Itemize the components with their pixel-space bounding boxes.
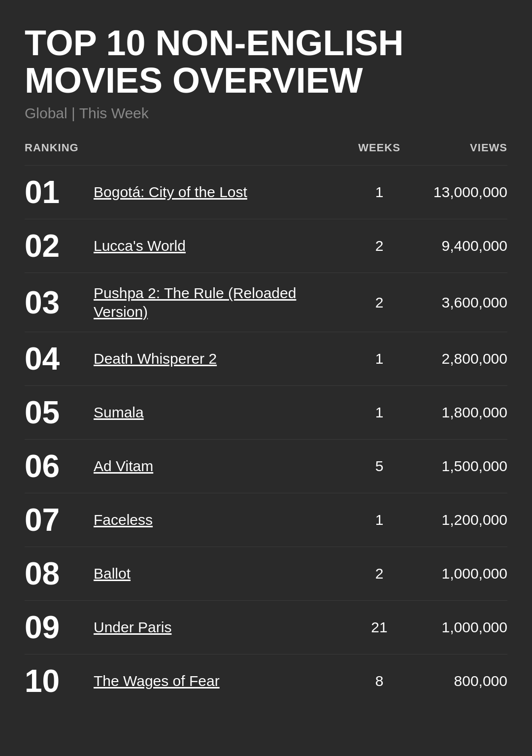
table-row: 10 The Wages of Fear 8 800,000 [25,654,507,708]
weeks-value: 1 [350,404,409,421]
views-value: 1,500,000 [409,458,507,475]
rank-number: 08 [25,558,94,589]
table-row: 01 Bogotá: City of the Lost 1 13,000,000 [25,165,507,219]
views-value: 9,400,000 [409,238,507,254]
views-value: 3,600,000 [409,294,507,311]
table-row: 04 Death Whisperer 2 1 2,800,000 [25,332,507,385]
movie-title[interactable]: The Wages of Fear [94,672,350,690]
weeks-value: 5 [350,458,409,475]
rank-number: 09 [25,612,94,643]
rank-number: 06 [25,450,94,482]
views-value: 800,000 [409,673,507,689]
rank-number: 10 [25,665,94,697]
weeks-value: 1 [350,184,409,201]
col-header-weeks: WEEKS [350,141,409,154]
views-value: 13,000,000 [409,184,507,201]
col-header-views: VIEWS [409,141,507,154]
movie-title[interactable]: Under Paris [94,618,350,637]
rank-number: 07 [25,504,94,536]
weeks-value: 21 [350,619,409,636]
rank-number: 02 [25,230,94,262]
movie-title[interactable]: Ballot [94,564,350,583]
movie-title[interactable]: Death Whisperer 2 [94,349,350,368]
movie-title[interactable]: Faceless [94,511,350,529]
rank-number: 03 [25,287,94,318]
weeks-value: 1 [350,350,409,367]
page-title: TOP 10 NON-ENGLISH MOVIES OVERVIEW [25,25,507,99]
views-value: 1,800,000 [409,404,507,421]
weeks-value: 1 [350,512,409,528]
rank-number: 04 [25,343,94,375]
rank-number: 05 [25,397,94,428]
weeks-value: 8 [350,673,409,689]
movie-title[interactable]: Bogotá: City of the Lost [94,183,350,202]
table-row: 09 Under Paris 21 1,000,000 [25,600,507,654]
views-value: 1,000,000 [409,565,507,582]
movie-title[interactable]: Ad Vitam [94,457,350,476]
rank-number: 01 [25,176,94,208]
table-row: 03 Pushpa 2: The Rule (Reloaded Version)… [25,273,507,332]
col-header-title [94,141,350,154]
page-subtitle: Global | This Week [25,105,507,122]
views-value: 2,800,000 [409,350,507,367]
movie-title[interactable]: Sumala [94,403,350,422]
views-value: 1,000,000 [409,619,507,636]
movie-title[interactable]: Pushpa 2: The Rule (Reloaded Version) [94,284,350,321]
col-header-ranking: RANKING [25,141,94,154]
weeks-value: 2 [350,238,409,254]
page-header: TOP 10 NON-ENGLISH MOVIES OVERVIEW Globa… [25,25,507,122]
weeks-value: 2 [350,565,409,582]
table-row: 08 Ballot 2 1,000,000 [25,547,507,600]
table-row: 07 Faceless 1 1,200,000 [25,493,507,547]
table-row: 06 Ad Vitam 5 1,500,000 [25,439,507,493]
movie-title[interactable]: Lucca's World [94,237,350,255]
weeks-value: 2 [350,294,409,311]
table-row: 05 Sumala 1 1,800,000 [25,385,507,439]
rankings-table: RANKING WEEKS VIEWS 01 Bogotá: City of t… [25,141,507,708]
table-header-row: RANKING WEEKS VIEWS [25,141,507,160]
table-row: 02 Lucca's World 2 9,400,000 [25,219,507,273]
views-value: 1,200,000 [409,512,507,528]
table-body: 01 Bogotá: City of the Lost 1 13,000,000… [25,165,507,708]
